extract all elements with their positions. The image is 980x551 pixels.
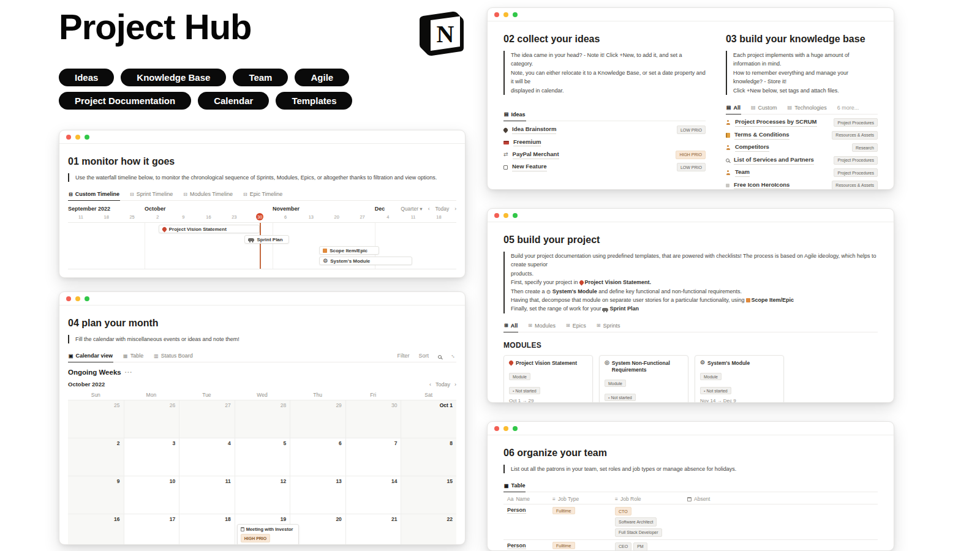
today-button[interactable]: Today xyxy=(435,381,450,388)
tab-modules-timeline[interactable]: ⊟Modules Timeline xyxy=(183,189,233,200)
calendar-day[interactable]: Oct 1 xyxy=(401,400,456,438)
module-card[interactable]: Project Vision Statement Module •Not sta… xyxy=(503,355,593,403)
prev-arrow[interactable]: ‹ xyxy=(428,206,430,212)
pill-ideas[interactable]: Ideas xyxy=(59,69,114,86)
calendar-event[interactable]: Meeting with Investor HIGH PRIO xyxy=(237,524,299,545)
calendar-day[interactable]: 4 xyxy=(179,438,235,476)
module-card[interactable]: ◎System Non-Functional Requirements Modu… xyxy=(599,355,688,403)
page-link[interactable]: System's Module xyxy=(552,288,597,294)
calendar-day[interactable]: 9 xyxy=(68,476,124,514)
timeline-bar-sprint-plan[interactable]: Sprint Plan xyxy=(244,235,289,244)
tab-epics[interactable]: ⊞Epics xyxy=(565,321,587,332)
column-name[interactable]: AaName xyxy=(503,494,549,504)
absent-cell[interactable] xyxy=(684,504,878,509)
calendar-day[interactable]: 16 xyxy=(68,514,124,545)
tab-ideas[interactable]: ▤Ideas xyxy=(503,110,526,121)
calendar-day[interactable]: 29 xyxy=(290,400,345,438)
tab-custom[interactable]: ▤Custom xyxy=(750,103,778,114)
filter-button[interactable]: Filter xyxy=(397,353,409,362)
list-item[interactable]: New Feature LOW PRIO xyxy=(503,161,706,173)
calendar-day[interactable]: 25 xyxy=(68,400,124,438)
person-link[interactable]: Person xyxy=(507,507,526,514)
close-button[interactable] xyxy=(494,12,499,17)
pill-calendar[interactable]: Calendar xyxy=(198,92,269,110)
list-item[interactable]: Terms & Conditions Resources & Assets xyxy=(726,129,878,141)
tab-status-board[interactable]: ▥Status Board xyxy=(153,351,194,362)
search-button[interactable] xyxy=(438,355,442,362)
calendar-day[interactable]: 13 xyxy=(290,476,345,514)
column-absent[interactable]: Absent xyxy=(684,494,878,504)
page-link[interactable]: Scope Item/Epic xyxy=(752,297,794,303)
timeline-bar-scope-item[interactable]: Scope Item/Epic xyxy=(319,246,379,255)
tab-all[interactable]: ▤All xyxy=(726,103,741,114)
zoom-button[interactable] xyxy=(85,296,89,301)
tab-table[interactable]: ▦Table xyxy=(503,481,526,492)
timeline-bar-systems-module[interactable]: ⚙System's Module xyxy=(319,257,412,265)
tab-sprints[interactable]: ⊞Sprints xyxy=(596,321,621,332)
zoom-button[interactable] xyxy=(513,213,518,218)
page-link[interactable]: Sprint Plan xyxy=(609,305,639,312)
more-views-button[interactable]: 6 more... xyxy=(837,103,860,114)
column-job-type[interactable]: ≡Job Type xyxy=(549,494,611,504)
calendar-day[interactable]: 11 xyxy=(179,476,235,514)
next-month-arrow[interactable]: › xyxy=(454,381,456,388)
list-item[interactable]: Freemium xyxy=(503,136,706,148)
minimize-button[interactable] xyxy=(75,135,80,140)
calendar-day[interactable]: 2 xyxy=(68,438,124,476)
tab-all[interactable]: ⊞All xyxy=(503,321,518,332)
calendar-day[interactable]: 5 xyxy=(235,438,290,476)
calendar-day[interactable]: 10 xyxy=(124,476,179,514)
zoom-button[interactable] xyxy=(513,426,518,431)
tab-calendar-view[interactable]: ▣Calendar view xyxy=(68,351,113,362)
close-button[interactable] xyxy=(494,426,499,431)
minimize-button[interactable] xyxy=(503,426,508,431)
calendar-day[interactable]: 8 xyxy=(401,438,456,476)
tab-epic-timeline[interactable]: ⊟Epic Timeline xyxy=(243,189,283,200)
calendar-day[interactable]: 14 xyxy=(345,476,401,514)
tab-table[interactable]: ▦Table xyxy=(123,351,144,362)
list-item[interactable]: ⇄ PayPal Merchant HIGH PRIO xyxy=(503,149,706,161)
calendar-day[interactable]: 21 xyxy=(345,514,401,545)
page-link[interactable]: Project Vision Statement. xyxy=(585,279,651,285)
tab-modules[interactable]: ⊞Modules xyxy=(527,321,556,332)
pill-templates[interactable]: Templates xyxy=(276,92,352,110)
calendar-day[interactable]: 7 xyxy=(345,438,401,476)
calendar-day[interactable]: 30 xyxy=(345,400,401,438)
zoom-button[interactable] xyxy=(85,135,89,140)
tab-sprint-timeline[interactable]: ⊟Sprint Timeline xyxy=(129,189,173,200)
calendar-day[interactable]: 22 xyxy=(401,514,456,545)
column-job-role[interactable]: ≡Job Role xyxy=(611,494,684,504)
close-button[interactable] xyxy=(66,135,71,140)
list-item[interactable]: List of Services and Partners Project Pr… xyxy=(726,154,878,166)
list-item[interactable]: Project Processes by SCRUM Project Proce… xyxy=(726,116,878,129)
expand-button[interactable]: ↔ xyxy=(451,353,456,362)
minimize-button[interactable] xyxy=(503,213,508,218)
list-item[interactable]: Idea Brainstorm LOW PRIO xyxy=(503,124,706,136)
calendar-day[interactable]: 26 xyxy=(124,400,179,438)
calendar-day[interactable]: 3 xyxy=(124,438,179,476)
person-link[interactable]: Person xyxy=(507,542,526,549)
prev-month-arrow[interactable]: ‹ xyxy=(429,381,431,388)
module-card[interactable]: ⚙System's Module Module •Not started Nov… xyxy=(695,355,784,403)
calendar-day[interactable]: 27 xyxy=(179,400,235,438)
more-options-icon[interactable]: ··· xyxy=(125,369,133,376)
close-button[interactable] xyxy=(494,213,499,218)
minimize-button[interactable] xyxy=(503,12,508,17)
close-button[interactable] xyxy=(66,296,71,301)
list-item[interactable]: Competitors Research xyxy=(726,141,878,154)
calendar-day[interactable]: 6 xyxy=(290,438,345,476)
pill-project-documentation[interactable]: Project Documentation xyxy=(59,92,191,110)
list-item[interactable]: Free Icon HeroIcons Resources & Assets xyxy=(726,179,878,190)
timeline-bar-project-vision[interactable]: Project Vision Statement xyxy=(159,225,260,233)
quarter-dropdown[interactable]: Quarter ▾ xyxy=(401,206,422,212)
calendar-day[interactable]: 12 xyxy=(235,476,290,514)
absent-cell[interactable] xyxy=(684,540,878,545)
minimize-button[interactable] xyxy=(75,296,80,301)
tab-custom-timeline[interactable]: ⊟Custom Timeline xyxy=(68,189,120,201)
calendar-day[interactable]: 19 Meeting with Investor HIGH PRIO xyxy=(235,514,290,545)
pill-knowledge-base[interactable]: Knowledge Base xyxy=(121,69,226,86)
next-arrow[interactable]: › xyxy=(454,206,456,212)
calendar-day[interactable]: 17 xyxy=(124,514,179,545)
pill-agile[interactable]: Agile xyxy=(295,69,349,86)
list-item[interactable]: Team Project Procedures xyxy=(726,167,878,179)
